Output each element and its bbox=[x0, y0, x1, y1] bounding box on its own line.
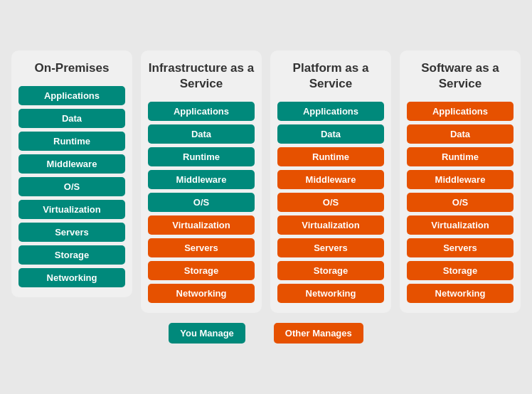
item-data-saas: Data bbox=[407, 124, 514, 144]
item-o-s-saas: O/S bbox=[407, 193, 514, 212]
main-container: On-PremisesApplicationsDataRuntimeMiddle… bbox=[11, 50, 521, 313]
item-middleware-on-premises: Middleware bbox=[18, 154, 125, 174]
item-virtualization-iaas: Virtualization bbox=[148, 215, 255, 235]
item-data-iaas: Data bbox=[148, 124, 255, 144]
column-title-paas: Platform as a Service bbox=[277, 60, 384, 92]
item-storage-on-premises: Storage bbox=[18, 245, 125, 265]
item-applications-paas: Applications bbox=[277, 102, 384, 121]
item-o-s-on-premises: O/S bbox=[18, 177, 125, 196]
item-storage-saas: Storage bbox=[407, 261, 514, 280]
item-virtualization-on-premises: Virtualization bbox=[18, 200, 125, 219]
item-applications-on-premises: Applications bbox=[18, 86, 125, 105]
column-paas: Platform as a ServiceApplicationsDataRun… bbox=[270, 50, 391, 313]
items-saas: ApplicationsDataRuntimeMiddlewareO/SVirt… bbox=[407, 102, 514, 303]
item-servers-iaas: Servers bbox=[148, 238, 255, 257]
item-o-s-iaas: O/S bbox=[148, 193, 255, 212]
item-o-s-paas: O/S bbox=[277, 193, 384, 212]
column-title-iaas: Infrastructure as a Service bbox=[148, 60, 255, 92]
item-data-on-premises: Data bbox=[18, 109, 125, 128]
item-virtualization-saas: Virtualization bbox=[407, 215, 514, 235]
item-middleware-iaas: Middleware bbox=[148, 170, 255, 189]
item-runtime-paas: Runtime bbox=[277, 147, 384, 166]
you-manage-label: You Manage bbox=[169, 323, 245, 344]
item-servers-paas: Servers bbox=[277, 238, 384, 257]
item-middleware-paas: Middleware bbox=[277, 170, 384, 189]
column-title-on-premises: On-Premises bbox=[35, 60, 110, 76]
item-networking-iaas: Networking bbox=[148, 284, 255, 303]
item-servers-on-premises: Servers bbox=[18, 223, 125, 242]
items-iaas: ApplicationsDataRuntimeMiddlewareO/SVirt… bbox=[148, 102, 255, 303]
other-manages-label: Other Manages bbox=[274, 323, 363, 344]
item-networking-on-premises: Networking bbox=[18, 268, 125, 287]
item-middleware-saas: Middleware bbox=[407, 170, 514, 189]
item-applications-saas: Applications bbox=[407, 102, 514, 121]
items-on-premises: ApplicationsDataRuntimeMiddlewareO/SVirt… bbox=[18, 86, 125, 287]
column-saas: Software as a ServiceApplicationsDataRun… bbox=[400, 50, 521, 313]
item-servers-saas: Servers bbox=[407, 238, 514, 257]
item-data-paas: Data bbox=[277, 124, 384, 144]
column-iaas: Infrastructure as a ServiceApplicationsD… bbox=[141, 50, 262, 313]
item-runtime-on-premises: Runtime bbox=[18, 132, 125, 151]
column-on-premises: On-PremisesApplicationsDataRuntimeMiddle… bbox=[11, 50, 132, 297]
item-applications-iaas: Applications bbox=[148, 102, 255, 121]
item-storage-paas: Storage bbox=[277, 261, 384, 280]
item-virtualization-paas: Virtualization bbox=[277, 215, 384, 235]
item-runtime-iaas: Runtime bbox=[148, 147, 255, 166]
item-runtime-saas: Runtime bbox=[407, 147, 514, 166]
column-title-saas: Software as a Service bbox=[407, 60, 514, 92]
item-networking-paas: Networking bbox=[277, 284, 384, 303]
legend-row: You Manage Other Manages bbox=[11, 323, 521, 344]
items-paas: ApplicationsDataRuntimeMiddlewareO/SVirt… bbox=[277, 102, 384, 303]
item-storage-iaas: Storage bbox=[148, 261, 255, 280]
item-networking-saas: Networking bbox=[407, 284, 514, 303]
